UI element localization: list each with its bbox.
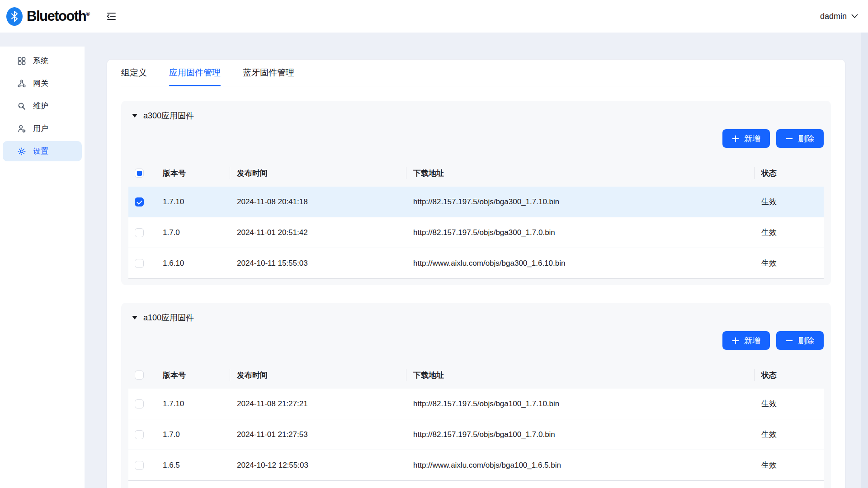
cell-version: 1.6.10 xyxy=(156,259,230,268)
cell-published-time: 2024-11-08 20:41:18 xyxy=(230,197,406,206)
select-all-checkbox[interactable] xyxy=(135,371,144,380)
table-row[interactable]: 1.7.0 2024-11-01 20:51:42 http://82.157.… xyxy=(128,217,824,248)
gateway-icon xyxy=(17,79,26,88)
logo-wordmark: Bluetooth® xyxy=(27,8,89,24)
cell-published-time: 2024-11-01 21:27:53 xyxy=(230,430,406,439)
column-header-version: 版本号 xyxy=(156,168,230,178)
page-scrollbar[interactable] xyxy=(861,33,868,488)
user-name: dadmin xyxy=(820,12,847,21)
table-row[interactable]: 1.7.10 2024-11-08 20:41:18 http://82.157… xyxy=(128,187,824,217)
table-row[interactable]: 1.6.10 2024-10-11 15:55:03 http://www.ai… xyxy=(128,248,824,279)
grid-icon xyxy=(17,56,26,66)
section-title: a100应用固件 xyxy=(143,312,194,323)
cell-version: 1.7.10 xyxy=(156,399,230,408)
add-button-label: 新增 xyxy=(744,335,760,346)
table-header-row: 版本号 发布时间 下载地址 状态 xyxy=(128,160,824,187)
sidebar-item-maintenance[interactable]: 维护 xyxy=(3,96,82,116)
cell-download-url: http://82.157.197.5/objs/bga300_1.7.10.b… xyxy=(406,197,754,206)
maintenance-icon xyxy=(17,102,26,111)
sidebar-item-label: 用户 xyxy=(33,123,48,134)
plus-icon xyxy=(732,135,739,142)
cell-version: 1.7.0 xyxy=(156,430,230,439)
sidebar-item-settings[interactable]: 设置 xyxy=(3,141,82,161)
row-checkbox[interactable] xyxy=(135,430,144,439)
column-header-url: 下载地址 xyxy=(406,370,754,380)
registered-mark: ® xyxy=(86,11,89,17)
cell-published-time: 2024-10-12 12:55:03 xyxy=(230,461,406,470)
row-checkbox[interactable] xyxy=(135,399,144,408)
column-header-status: 状态 xyxy=(754,370,824,380)
select-all-checkbox[interactable] xyxy=(135,169,144,178)
cell-version: 1.7.10 xyxy=(156,197,230,206)
delete-button-label: 删除 xyxy=(798,133,814,144)
column-header-published: 发布时间 xyxy=(230,168,406,178)
cell-download-url: http://www.aixlu.com/objs/bga300_1.6.10.… xyxy=(406,259,754,268)
sidebar-item-label: 系统 xyxy=(33,56,48,66)
cell-version: 1.7.0 xyxy=(156,228,230,237)
firmware-section-a300: a300应用固件 新增 删除 版本号 发布时间 下载地址 xyxy=(121,101,831,285)
plus-icon xyxy=(732,337,739,344)
sidebar-item-label: 维护 xyxy=(33,101,48,111)
firmware-table: 版本号 发布时间 下载地址 状态 1.7.10 2024-11-08 20:41… xyxy=(128,160,824,279)
table-body: 1.7.10 2024-11-08 21:27:21 http://82.157… xyxy=(128,389,824,481)
partial-next-row xyxy=(128,481,824,488)
add-button[interactable]: 新增 xyxy=(722,331,770,350)
section-header: a300应用固件 xyxy=(128,108,824,123)
collapse-caret-icon[interactable] xyxy=(132,114,137,117)
section-actions: 新增 删除 xyxy=(128,331,824,350)
cell-status: 生效 xyxy=(754,429,824,440)
sidebar-item-label: 设置 xyxy=(33,146,48,156)
add-button[interactable]: 新增 xyxy=(722,129,770,148)
minus-icon xyxy=(786,337,793,344)
user-gear-icon xyxy=(17,124,26,133)
minus-icon xyxy=(786,135,793,142)
bluetooth-logo-icon xyxy=(6,7,23,26)
delete-button[interactable]: 删除 xyxy=(776,331,824,350)
row-checkbox[interactable] xyxy=(135,259,144,268)
sidebar-nav: 系统 网关 维护 xyxy=(0,47,85,488)
tab-bar: 组定义 应用固件管理 蓝牙固件管理 xyxy=(121,60,831,86)
cell-status: 生效 xyxy=(754,258,824,268)
row-checkbox[interactable] xyxy=(135,197,144,206)
firmware-section-a100: a100应用固件 新增 删除 版本号 发布时间 下载地址 xyxy=(121,303,831,488)
delete-button[interactable]: 删除 xyxy=(776,129,824,148)
top-header-bar: Bluetooth® dadmin xyxy=(0,0,868,33)
tab-bluetooth-firmware[interactable]: 蓝牙固件管理 xyxy=(243,60,294,86)
cell-download-url: http://82.157.197.5/objs/bga100_1.7.10.b… xyxy=(406,399,754,408)
tab-group-definition[interactable]: 组定义 xyxy=(121,60,147,86)
column-header-url: 下载地址 xyxy=(406,168,754,178)
sidebar-item-gateway[interactable]: 网关 xyxy=(3,73,82,94)
settings-gear-icon xyxy=(17,147,26,156)
cell-version: 1.6.5 xyxy=(156,461,230,470)
section-actions: 新增 删除 xyxy=(128,129,824,148)
column-header-version: 版本号 xyxy=(156,370,230,380)
cell-status: 生效 xyxy=(754,227,824,238)
column-header-status: 状态 xyxy=(754,168,824,178)
sidebar-item-users[interactable]: 用户 xyxy=(3,118,82,139)
table-header-row: 版本号 发布时间 下载地址 状态 xyxy=(128,361,824,389)
cell-published-time: 2024-11-08 21:27:21 xyxy=(230,399,406,408)
cell-status: 生效 xyxy=(754,460,824,470)
content-card: 组定义 应用固件管理 蓝牙固件管理 a300应用固件 新增 删除 xyxy=(107,59,845,488)
cell-published-time: 2024-11-01 20:51:42 xyxy=(230,228,406,237)
section-header: a100应用固件 xyxy=(128,310,824,325)
cell-download-url: http://82.157.197.5/objs/bga300_1.7.0.bi… xyxy=(406,228,754,237)
menu-fold-icon[interactable] xyxy=(104,9,119,24)
sidebar-item-system[interactable]: 系统 xyxy=(3,51,82,71)
table-row[interactable]: 1.7.10 2024-11-08 21:27:21 http://82.157… xyxy=(128,389,824,419)
table-row[interactable]: 1.6.5 2024-10-12 12:55:03 http://www.aix… xyxy=(128,450,824,481)
firmware-table: 版本号 发布时间 下载地址 状态 1.7.10 2024-11-08 21:27… xyxy=(128,361,824,488)
table-row[interactable]: 1.7.0 2024-11-01 21:27:53 http://82.157.… xyxy=(128,419,824,450)
row-checkbox[interactable] xyxy=(135,228,144,237)
tab-app-firmware[interactable]: 应用固件管理 xyxy=(169,60,221,86)
row-checkbox[interactable] xyxy=(135,461,144,470)
sidebar-item-label: 网关 xyxy=(33,78,48,89)
user-account-menu[interactable]: dadmin xyxy=(820,12,862,21)
cell-download-url: http://82.157.197.5/objs/bga100_1.7.0.bi… xyxy=(406,430,754,439)
delete-button-label: 删除 xyxy=(798,335,814,346)
cell-status: 生效 xyxy=(754,197,824,207)
collapse-caret-icon[interactable] xyxy=(132,316,137,319)
add-button-label: 新增 xyxy=(744,133,760,144)
table-body: 1.7.10 2024-11-08 20:41:18 http://82.157… xyxy=(128,187,824,279)
column-header-published: 发布时间 xyxy=(230,370,406,380)
